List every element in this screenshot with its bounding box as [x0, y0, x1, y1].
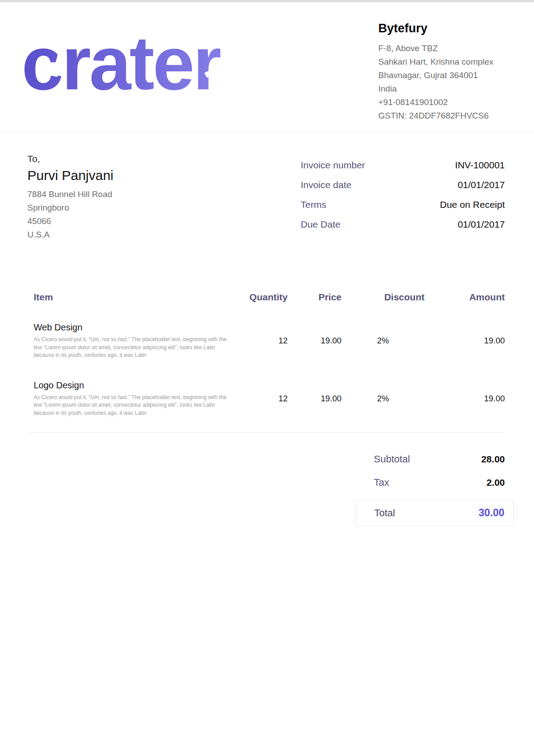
crater-logo: crater [22, 26, 220, 101]
item-description: As Cicero would put it, “Um, not so fast… [34, 336, 228, 360]
column-header-price: Price [288, 292, 341, 322]
invoice-date-label: Invoice date [301, 179, 351, 191]
item-name: Logo Design [34, 380, 229, 391]
company-name: Bytefury [378, 22, 505, 35]
customer-address-line: 45066 [27, 215, 114, 228]
invoice-page: crater Bytefury F-8, Above TBZ Sahkari H… [0, 0, 534, 756]
tax-value: 2.00 [486, 477, 505, 488]
total-value: 30.00 [478, 507, 504, 519]
bill-to-label: To, [27, 154, 114, 164]
item-cell: Logo Design As Cicero would put it, “Um,… [27, 380, 229, 433]
due-date-label: Due Date [301, 218, 341, 230]
item-discount: 2% [341, 322, 425, 380]
grand-total-box: Total 30.00 [356, 500, 514, 526]
item-price: 19.00 [288, 380, 341, 433]
terms-value: Due on Receipt [440, 198, 505, 211]
meta-section: To, Purvi Panjvani 7884 Bunnel Hill Road… [0, 132, 534, 242]
subtotal-row: Subtotal 28.00 [356, 453, 514, 465]
invoice-date-row: Invoice date 01/01/2017 [301, 179, 505, 191]
item-description: As Cicero would put it, “Um, not so fast… [34, 394, 228, 418]
customer-address: 7884 Bunnel Hill Road Springboro 45066 U… [27, 188, 114, 242]
subtotal-label: Subtotal [374, 453, 410, 465]
column-header-discount: Discount [341, 292, 425, 322]
company-address-line: Bhavnagar, Gujrat 364001 [378, 69, 505, 82]
item-name: Web Design [34, 322, 229, 333]
totals-section: Subtotal 28.00 Tax 2.00 Total 30.00 [0, 453, 534, 526]
subtotal-value: 28.00 [481, 454, 505, 465]
company-address: F-8, Above TBZ Sahkari Hart, Krishna com… [378, 42, 505, 123]
tax-row: Tax 2.00 [356, 477, 514, 488]
item-price: 19.00 [288, 322, 341, 380]
item-discount: 2% [341, 380, 425, 433]
customer-address-line: U.S.A [27, 228, 114, 242]
terms-label: Terms [301, 198, 326, 211]
column-header-item: Item [27, 292, 229, 322]
item-cell: Web Design As Cicero would put it, “Um, … [27, 322, 229, 380]
table-row: Logo Design As Cicero would put it, “Um,… [27, 380, 505, 433]
tax-label: Tax [374, 477, 389, 488]
customer-name: Purvi Panjvani [27, 168, 114, 183]
column-header-amount: Amount [425, 292, 505, 322]
company-address-line: Sahkari Hart, Krishna complex [378, 55, 505, 69]
invoice-header: crater Bytefury F-8, Above TBZ Sahkari H… [0, 2, 534, 132]
due-date-value: 01/01/2017 [458, 218, 505, 230]
invoice-number-label: Invoice number [301, 159, 365, 171]
item-amount: 19.00 [425, 380, 505, 433]
company-address-line: F-8, Above TBZ [378, 42, 505, 55]
crater-wordmark: crater [22, 21, 220, 105]
terms-row: Terms Due on Receipt [301, 198, 505, 211]
items-table: Item Quantity Price Discount Amount Web … [27, 292, 505, 433]
company-phone: +91-08141901002 [378, 96, 505, 109]
company-address-line: India [378, 82, 505, 96]
items-section: Item Quantity Price Discount Amount Web … [27, 292, 505, 433]
due-date-row: Due Date 01/01/2017 [301, 218, 505, 230]
company-gstin: GSTIN: 24DDF7682FHVCS6 [378, 109, 505, 123]
invoice-date-value: 01/01/2017 [458, 179, 505, 191]
totals-block: Subtotal 28.00 Tax 2.00 Total 30.00 [356, 453, 514, 526]
invoice-meta: Invoice number INV-100001 Invoice date 0… [301, 154, 505, 242]
items-header-row: Item Quantity Price Discount Amount [27, 292, 505, 322]
item-quantity: 12 [229, 380, 288, 433]
invoice-number-row: Invoice number INV-100001 [301, 159, 505, 171]
item-quantity: 12 [229, 322, 288, 380]
item-amount: 19.00 [425, 322, 505, 380]
company-info: Bytefury F-8, Above TBZ Sahkari Hart, Kr… [378, 19, 505, 123]
invoice-number-value: INV-100001 [455, 159, 505, 171]
customer-address-line: Springboro [27, 201, 114, 215]
total-label: Total [374, 507, 395, 519]
column-header-quantity: Quantity [229, 292, 288, 322]
bill-to-block: To, Purvi Panjvani 7884 Bunnel Hill Road… [27, 154, 114, 242]
customer-address-line: 7884 Bunnel Hill Road [27, 188, 114, 201]
table-row: Web Design As Cicero would put it, “Um, … [27, 322, 505, 380]
